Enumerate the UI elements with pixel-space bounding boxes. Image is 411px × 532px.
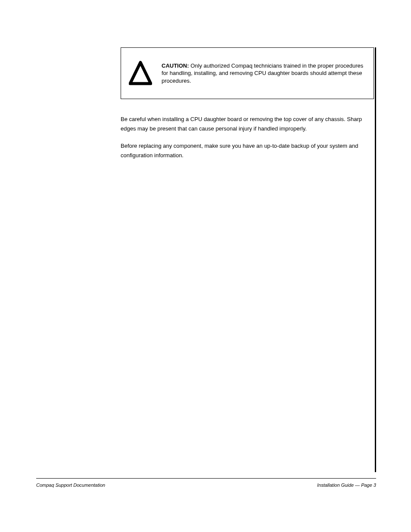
footer: Compaq Support Documentation Installatio…	[36, 482, 376, 488]
caution-triangle-icon	[129, 61, 152, 86]
body-text: Be careful when installing a CPU daughte…	[121, 115, 374, 160]
paragraph-2: Before replacing any component, make sur…	[121, 141, 374, 160]
footer-rule	[36, 478, 376, 479]
caution-lead: CAUTION:	[162, 62, 189, 69]
caution-body: Only authorized Compaq technicians train…	[162, 62, 363, 84]
vertical-rule	[375, 47, 376, 472]
caution-box: CAUTION: Only authorized Compaq technici…	[121, 47, 374, 99]
page: CAUTION: Only authorized Compaq technici…	[0, 0, 411, 532]
footer-right: Installation Guide — Page 3	[317, 482, 376, 488]
content-area: CAUTION: Only authorized Compaq technici…	[121, 47, 374, 168]
caution-text: CAUTION: Only authorized Compaq technici…	[162, 62, 366, 85]
paragraph-1: Be careful when installing a CPU daughte…	[121, 115, 374, 134]
footer-left: Compaq Support Documentation	[36, 482, 105, 488]
